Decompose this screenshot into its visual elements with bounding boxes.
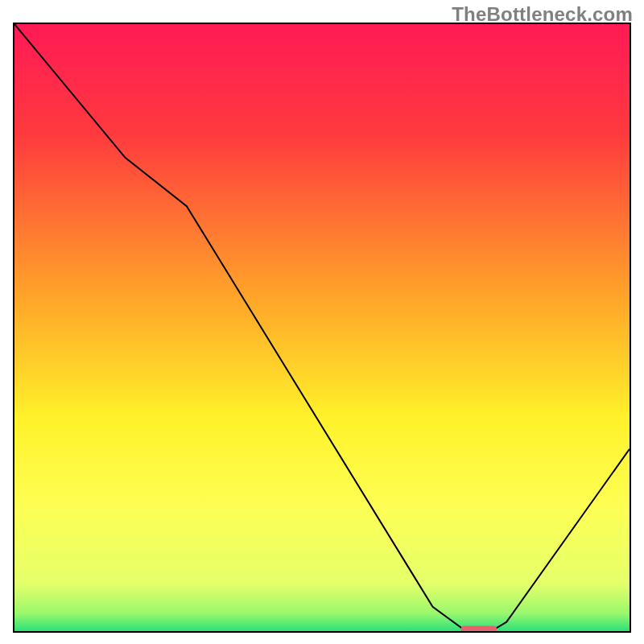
chart-svg [14, 24, 630, 631]
gradient-background [14, 24, 630, 631]
plot-area [13, 23, 631, 633]
watermark-text: TheBottleneck.com [452, 3, 633, 26]
chart-container: TheBottleneck.com [0, 0, 644, 644]
optimal-zone-marker [461, 626, 497, 631]
